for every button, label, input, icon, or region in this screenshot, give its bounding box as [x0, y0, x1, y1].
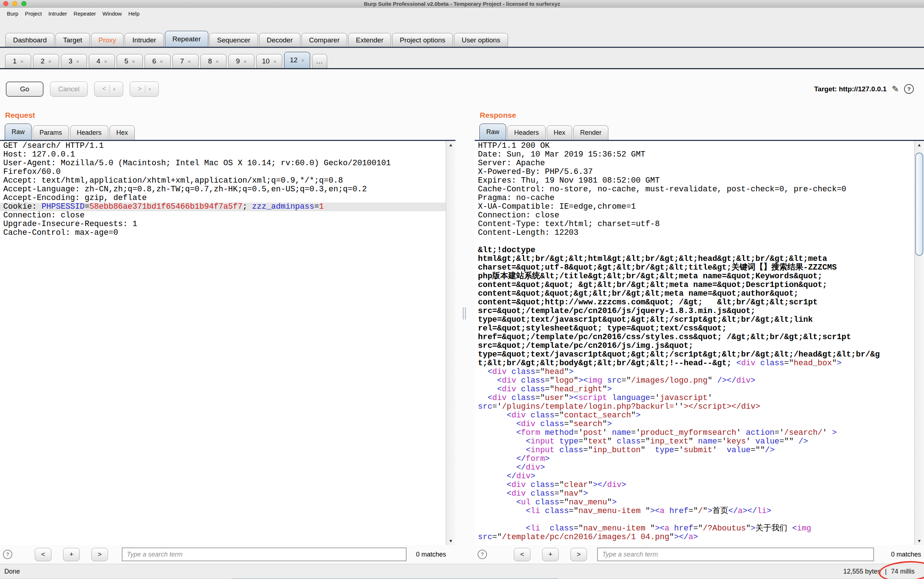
scroll-up-icon[interactable]: ▲	[446, 142, 455, 148]
code-line: HTTP/1.1 200 OK	[475, 142, 914, 150]
tab-close-icon[interactable]: ×	[160, 58, 163, 64]
code-line: <div class="logo"><img src="/images/logo…	[475, 376, 914, 385]
target-value: http://127.0.0.1	[839, 85, 887, 93]
tab-close-icon[interactable]: ×	[301, 57, 304, 64]
message-panels: Request RawParamsHeadersHex GET /search/…	[0, 109, 924, 564]
main-tab-proxy[interactable]: Proxy	[91, 33, 124, 47]
response-search-options-button[interactable]: +	[542, 548, 559, 561]
code-line: html&gt;&lt;br/&gt;&lt;html&gt;&lt;br/&g…	[475, 255, 914, 263]
code-line: <div class="nav">	[475, 489, 914, 498]
main-tab-repeater[interactable]: Repeater	[165, 31, 208, 47]
code-line: <li class="nav_menu-item "><a href="/?Ab…	[475, 524, 914, 533]
response-panel: Response RawHeadersHexRender HTTP/1.1 20…	[475, 109, 924, 564]
menu-item-repeater[interactable]: Repeater	[70, 10, 99, 17]
repeater-tabs-overflow[interactable]: ...	[312, 54, 327, 68]
tab-close-icon[interactable]: ×	[244, 58, 247, 64]
response-tab-render[interactable]: Render	[573, 125, 608, 140]
scroll-down-icon[interactable]: ▼	[446, 538, 455, 544]
request-search-prev-button[interactable]: <	[35, 548, 51, 561]
tab-close-icon[interactable]: ×	[273, 58, 276, 64]
request-tab-params[interactable]: Params	[33, 125, 69, 140]
traffic-light-minimize[interactable]	[12, 1, 17, 6]
traffic-light-close[interactable]	[3, 1, 8, 6]
request-editor[interactable]: GET /search/ HTTP/1.1Host: 127.0.0.1User…	[0, 140, 455, 545]
target-label: Target:	[814, 85, 837, 93]
response-scrollbar[interactable]: ▲ ▼	[914, 141, 924, 545]
main-tab-dashboard[interactable]: Dashboard	[5, 33, 54, 47]
tab-close-icon[interactable]: ×	[76, 58, 79, 64]
request-tab-hex[interactable]: Hex	[110, 125, 135, 140]
repeater-tab-3[interactable]: 3×	[61, 54, 87, 68]
repeater-tab-6[interactable]: 6×	[145, 54, 171, 68]
repeater-tab-2[interactable]: 2×	[33, 54, 59, 68]
response-editor[interactable]: HTTP/1.1 200 OKDate: Sun, 10 Mar 2019 15…	[475, 140, 924, 545]
main-tab-sequencer[interactable]: Sequencer	[209, 33, 258, 47]
cancel-button[interactable]: Cancel	[50, 82, 88, 97]
repeater-tab-4[interactable]: 4×	[89, 54, 115, 68]
repeater-tab-10[interactable]: 10×	[256, 54, 282, 68]
repeater-tab-1[interactable]: 1×	[5, 54, 31, 68]
code-line: X-UA-Compatible: IE=edge,chrome=1	[475, 203, 914, 211]
splitter-grip-icon[interactable]	[463, 307, 464, 320]
scroll-down-icon[interactable]: ▼	[914, 538, 924, 544]
menu-item-burp[interactable]: Burp	[3, 10, 22, 17]
tab-close-icon[interactable]: ×	[188, 58, 191, 64]
repeater-tab-12[interactable]: 12×	[284, 52, 310, 68]
code-line: Expires: Thu, 19 Nov 1981 08:52:00 GMT	[475, 177, 914, 185]
tab-close-icon[interactable]: ×	[20, 58, 24, 64]
response-scrollbar-thumb[interactable]	[915, 152, 923, 256]
request-tab-headers[interactable]: Headers	[70, 125, 108, 140]
response-search-input[interactable]	[597, 548, 874, 561]
back-dropdown-icon[interactable]: ▾	[110, 85, 115, 93]
request-search-options-button[interactable]: +	[63, 548, 80, 561]
go-button[interactable]: Go	[6, 82, 44, 97]
help-icon[interactable]: ?	[904, 84, 914, 94]
traffic-light-zoom[interactable]	[21, 1, 26, 6]
main-tab-project-options[interactable]: Project options	[392, 33, 453, 47]
tab-close-icon[interactable]: ×	[132, 58, 135, 64]
request-search-next-button[interactable]: >	[91, 548, 108, 561]
request-code[interactable]: GET /search/ HTTP/1.1Host: 127.0.0.1User…	[0, 142, 446, 545]
menu-item-window[interactable]: Window	[99, 10, 125, 17]
request-search-input[interactable]	[122, 548, 407, 561]
menu-item-project[interactable]: Project	[22, 10, 45, 17]
search-help-icon[interactable]: ?	[478, 550, 487, 559]
history-forward-button[interactable]: > ▾	[130, 82, 159, 97]
response-tab-raw[interactable]: Raw	[479, 124, 506, 140]
main-tab-intruder[interactable]: Intruder	[125, 33, 164, 47]
panel-splitter[interactable]	[455, 109, 475, 564]
response-search-next-button[interactable]: >	[570, 548, 587, 561]
main-tab-target[interactable]: Target	[56, 33, 90, 47]
tab-close-icon[interactable]: ×	[216, 58, 219, 64]
search-help-icon[interactable]: ?	[3, 550, 12, 559]
code-line: src='/plugins/template/login.php?backurl…	[475, 402, 914, 411]
request-tab-raw[interactable]: Raw	[5, 124, 31, 140]
tab-close-icon[interactable]: ×	[104, 58, 107, 64]
main-tab-user-options[interactable]: User options	[454, 33, 508, 47]
repeater-tab-5[interactable]: 5×	[117, 54, 143, 68]
code-line: <div class="head">	[475, 368, 914, 376]
main-tab-extender[interactable]: Extender	[348, 33, 391, 47]
main-tab-decoder[interactable]: Decoder	[259, 33, 300, 47]
response-search-prev-button[interactable]: <	[514, 548, 530, 561]
edit-target-icon[interactable]: ✎	[892, 84, 899, 94]
menu-item-intruder[interactable]: Intruder	[45, 10, 70, 17]
response-code[interactable]: HTTP/1.1 200 OKDate: Sun, 10 Mar 2019 15…	[475, 142, 914, 545]
response-tab-hex[interactable]: Hex	[547, 125, 572, 140]
forward-dropdown-icon[interactable]: ▾	[145, 85, 151, 93]
code-line: </div>	[475, 463, 914, 472]
code-line: <input class="inp_button" type='submit' …	[475, 446, 914, 455]
tab-close-icon[interactable]: ×	[48, 58, 51, 64]
main-tab-comparer[interactable]: Comparer	[301, 33, 347, 47]
response-tab-headers[interactable]: Headers	[507, 125, 546, 140]
code-line: GET /search/ HTTP/1.1	[0, 142, 446, 150]
code-line: src=&quot;/template/pc/cn2016/js/jquery-…	[475, 307, 914, 316]
history-back-button[interactable]: < ▾	[94, 82, 123, 97]
request-scrollbar[interactable]: ▲ ▼	[446, 141, 455, 545]
repeater-tab-8[interactable]: 8×	[200, 54, 226, 68]
repeater-tab-7[interactable]: 7×	[172, 54, 199, 68]
menu-item-help[interactable]: Help	[125, 10, 143, 17]
scroll-up-icon[interactable]: ▲	[914, 142, 924, 148]
target-info: Target: http://127.0.0.1 ✎ ?	[814, 84, 914, 94]
repeater-tab-9[interactable]: 9×	[228, 54, 254, 68]
